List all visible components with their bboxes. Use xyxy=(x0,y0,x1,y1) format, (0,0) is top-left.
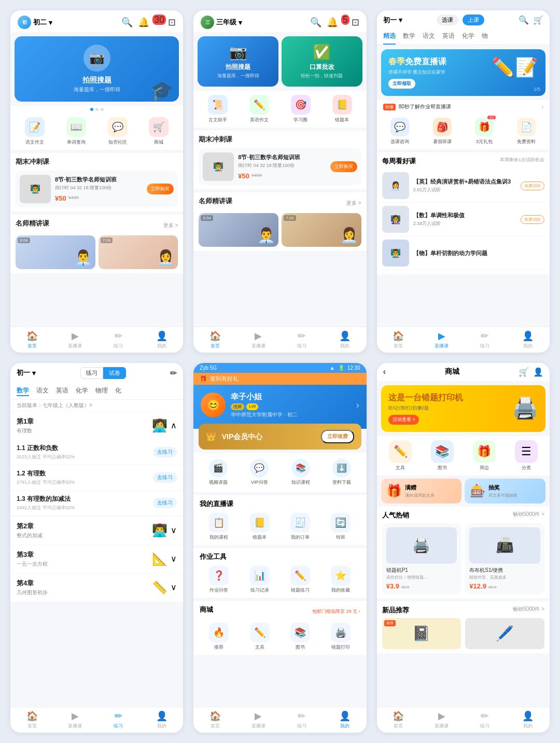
s1-nav-live[interactable]: ▶ 直播课 xyxy=(53,330,96,349)
s4-toggle-practice[interactable]: 练习 xyxy=(80,367,103,379)
s3-class-btn[interactable]: 上课 xyxy=(463,15,484,25)
s5-shop-1[interactable]: ✏️ 文具 xyxy=(241,623,279,651)
s3-icon-1[interactable]: 🎒 暑假班课 xyxy=(422,118,462,145)
s5-shop-0[interactable]: 🔥 推荐 xyxy=(200,623,238,651)
s6-promo-1[interactable]: 🎰 抽奖 买文具可能抽奖 xyxy=(465,479,545,503)
s2-scan-icon[interactable]: ⊡ xyxy=(352,17,359,28)
s4-ch3-toggle-icon[interactable]: ∨ xyxy=(171,554,177,564)
s6-cat-3[interactable]: ☰ 分类 xyxy=(507,440,545,471)
s5-tool-0[interactable]: ❓ 作业问答 xyxy=(200,566,238,594)
s5-vip-renew-btn[interactable]: 立即续费 xyxy=(321,430,354,443)
s6-new-item-0[interactable]: 推荐 📓 xyxy=(382,618,461,649)
s4-ch1-toggle-icon[interactable]: ∧ xyxy=(171,420,177,430)
s3-tab-phys[interactable]: 物 xyxy=(482,32,488,45)
s1-nav-practice[interactable]: ✏ 练习 xyxy=(97,330,140,349)
s6-product-1[interactable]: 📠 布布机S1/便携 精致外型、实惠超多 ¥12.9 28.9 xyxy=(465,523,544,594)
s5-shop-2[interactable]: 📚 图书 xyxy=(281,623,319,651)
s5-shop-more[interactable]: 包邮门槛临降至 29 元 › xyxy=(312,608,360,615)
s4-nav-mine[interactable]: 👤 我的 xyxy=(140,710,183,730)
s2-teacher-card-2[interactable]: 7:24 👩‍💼 xyxy=(282,213,361,247)
s5-vip-card[interactable]: 👑 VIP会员中心 立即续费 xyxy=(199,424,361,450)
s2-search-icon[interactable]: 🔍 xyxy=(310,17,321,28)
s5-shop-3[interactable]: 🖨️ 错题打印 xyxy=(321,623,360,651)
s5-live-3[interactable]: 🔄 转班 xyxy=(321,513,360,541)
s4-sub-english[interactable]: 英语 xyxy=(56,386,68,396)
s4-sub-phys[interactable]: 物理 xyxy=(95,386,108,396)
s6-promo-0[interactable]: 🎁 满赠 满95送同款文具 xyxy=(381,479,462,503)
s2-icon-2[interactable]: 🎯 学习圈 xyxy=(282,95,320,123)
s3-icon-3[interactable]: 📄 免费资料 xyxy=(507,118,547,145)
s5-nav-live[interactable]: ▶ 直播课 xyxy=(237,710,280,730)
s3-icon-2[interactable]: 🎁 3/1 3元礼包 xyxy=(464,118,504,145)
s4-version[interactable]: 当前版本：七年级上（人教版）> xyxy=(10,400,183,411)
s6-cat-1[interactable]: 📚 图书 xyxy=(423,440,461,471)
s4-nav-home[interactable]: 🏠 首页 xyxy=(10,710,53,730)
s6-new-item-1[interactable]: 🖊️ xyxy=(465,618,544,649)
s3-tab-chinese[interactable]: 语文 xyxy=(423,32,435,45)
s5-mini-2[interactable]: 📚 知识课程 xyxy=(280,459,321,486)
s1-buy-button[interactable]: 立即购买 xyxy=(147,184,174,194)
s2-buy-button[interactable]: 立即购买 xyxy=(330,161,357,172)
s6-nav-live[interactable]: ▶ 直播课 xyxy=(420,710,463,730)
s4-nav-practice[interactable]: ✏ 练习 xyxy=(97,710,140,730)
s6-banner-btn[interactable]: 活动查看 > xyxy=(388,415,419,425)
s5-tool-2[interactable]: ✏️ 错题练习 xyxy=(281,566,319,594)
s1-icon-3[interactable]: 🛒 商城 xyxy=(139,117,178,146)
s3-notice-arrow[interactable]: › xyxy=(542,104,543,110)
s2-nav-mine[interactable]: 👤 我的 xyxy=(323,330,366,349)
s3-banner-btn[interactable]: 立即领取 xyxy=(388,79,415,89)
s1-icon-2[interactable]: 💬 知否社区 xyxy=(99,117,137,146)
s4-lesson-1-3-btn[interactable]: 去练习 xyxy=(153,498,177,508)
s6-product-0[interactable]: 🖨️ 错题机P1 高性价比！便携错题... ¥3.9 39.9 xyxy=(382,523,461,594)
s3-icon-0[interactable]: 💬 选课咨询 xyxy=(380,118,420,145)
s4-chapter-3[interactable]: 第3章 一元一次方程 📐 ∨ xyxy=(10,545,183,573)
s3-nav-mine[interactable]: 👤 我的 xyxy=(507,330,550,349)
s4-ch2-toggle-icon[interactable]: ∨ xyxy=(171,525,177,535)
s1-nav-mine[interactable]: 👤 我的 xyxy=(140,330,183,349)
s2-course-card[interactable]: 👨‍🏫 8节·初三数学名师短训班 倒计时 04 32 18 限量100份 ¥50… xyxy=(199,148,361,185)
s2-teacher-card-1[interactable]: 3:04 👨‍💼 xyxy=(199,213,278,247)
s3-weekly-item-0[interactable]: 👩‍💼 【英】经典演讲赏析+易错语法点集训3 2.01万人试听 免费试听 xyxy=(382,169,544,203)
s6-shop-banner[interactable]: 这是一台错题打印机 听/记/用/打/归/删/题 活动查看 > 🖨️ xyxy=(381,385,545,432)
s3-search-icon[interactable]: 🔍 xyxy=(519,15,529,25)
s6-cart-icon[interactable]: 🛒 xyxy=(519,367,529,377)
s2-icon-0[interactable]: 📜 古文助手 xyxy=(199,95,237,123)
s3-nav-live[interactable]: ▶ 直播课 xyxy=(420,330,463,349)
s5-nav-home[interactable]: 🏠 首页 xyxy=(193,710,236,730)
s1-course-card[interactable]: 👨‍🏫 8节·初三数学名师短训班 倒计时 04 32 18 限量100份 ¥50… xyxy=(16,171,178,207)
s5-nav-practice[interactable]: ✏ 练习 xyxy=(280,710,323,730)
s2-hero-photo[interactable]: 📷 拍照搜题 海量题库，一搜即得 xyxy=(198,36,278,87)
s1-hero-banner[interactable]: 📷 拍照搜题 海量题库，一搜即得 🎓 xyxy=(15,36,179,102)
s4-chapter-4[interactable]: 第4章 几何图形初步 📏 ∨ xyxy=(10,573,183,601)
s5-live-2[interactable]: 🧾 我的订单 xyxy=(281,513,319,541)
s3-tab-chem[interactable]: 化学 xyxy=(462,32,474,45)
s3-main-banner[interactable]: 春季免费直播课 停课不停学 重点知识在家学 立即领取 ✏️📝 1/5 xyxy=(381,49,545,96)
s4-chapter-1[interactable]: 第1章 有理数 👩‍💻 ∧ xyxy=(10,412,183,440)
s4-sub-chinese[interactable]: 语文 xyxy=(36,386,49,396)
s3-tab-english[interactable]: 英语 xyxy=(442,32,455,45)
s3-select-btn[interactable]: 选课 xyxy=(437,15,458,25)
s3-nav-practice[interactable]: ✏ 练习 xyxy=(463,330,506,349)
s3-tab-math[interactable]: 数学 xyxy=(403,32,415,45)
s4-lesson-1-1-btn[interactable]: 去练习 xyxy=(153,447,177,457)
s1-teacher-card-1[interactable]: 3:04 👨‍💼 xyxy=(16,235,95,269)
s4-sub-more[interactable]: 化 xyxy=(115,386,121,396)
s3-cart-icon[interactable]: 🛒 xyxy=(533,15,543,25)
s3-weekly-btn-1[interactable]: 免费试听 xyxy=(521,215,544,224)
s4-edit-icon[interactable]: ✏ xyxy=(170,368,177,378)
s4-sub-math[interactable]: 数学 xyxy=(17,386,29,396)
s2-nav-live[interactable]: ▶ 直播课 xyxy=(237,330,280,349)
s3-weekly-item-1[interactable]: 👩‍🏫 【数】单调性和极值 2.34万人试听 免费试听 xyxy=(382,203,544,236)
s6-user-icon[interactable]: 👤 xyxy=(533,367,543,377)
s2-nav-practice[interactable]: ✏ 练习 xyxy=(280,330,323,349)
s5-live-1[interactable]: 📒 错题本 xyxy=(241,513,279,541)
search-icon[interactable]: 🔍 xyxy=(121,17,133,28)
s2-icon-3[interactable]: 📒 错题本 xyxy=(323,95,361,123)
s2-icon-1[interactable]: ✏️ 英语作文 xyxy=(240,95,278,123)
s4-ch4-toggle-icon[interactable]: ∨ xyxy=(171,582,177,592)
s5-tool-1[interactable]: 📊 练习记录 xyxy=(241,566,279,594)
s6-new-more[interactable]: 畅销5000件 > xyxy=(513,606,544,615)
s2-bell-wrap[interactable]: 🔔5 xyxy=(327,17,346,28)
s6-nav-practice[interactable]: ✏ 练习 xyxy=(463,710,506,730)
s1-teacher-card-2[interactable]: 7:24 👩‍💼 xyxy=(99,235,178,269)
